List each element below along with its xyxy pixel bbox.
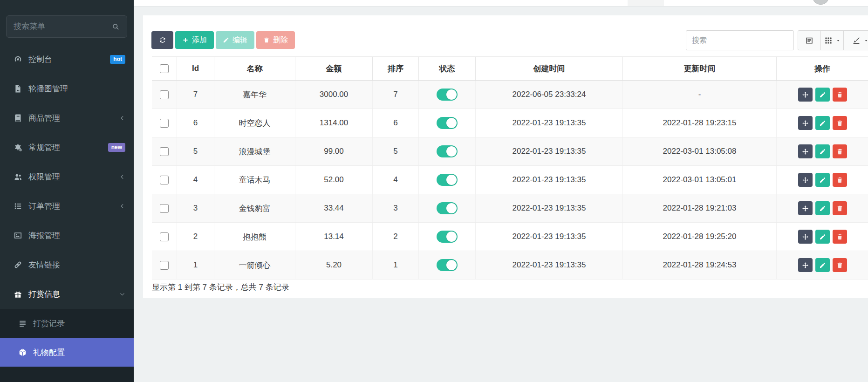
sidebar-item-0[interactable]: 控制台hot <box>0 45 134 74</box>
status-toggle[interactable] <box>437 202 458 214</box>
cell-name: 时空恋人 <box>214 109 295 137</box>
header-amount[interactable]: 金额 <box>295 57 373 80</box>
sidebar-subitem-1[interactable]: 礼物配置 <box>0 338 134 367</box>
detail-view-icon <box>805 36 813 45</box>
sidebar-item-2[interactable]: 商品管理 <box>0 103 134 133</box>
cell-id: 1 <box>177 251 214 279</box>
row-checkbox[interactable] <box>160 90 169 99</box>
pencil-icon <box>223 37 229 43</box>
delete-row-button[interactable] <box>833 201 847 215</box>
columns-button[interactable] <box>820 30 844 50</box>
delete-row-button[interactable] <box>833 173 847 187</box>
header-created[interactable]: 创建时间 <box>476 57 623 80</box>
delete-button-label: 删除 <box>273 35 288 45</box>
drag-button[interactable] <box>798 88 813 102</box>
cell-amount: 52.00 <box>295 166 373 194</box>
edit-row-button[interactable] <box>815 116 830 130</box>
select-all-checkbox[interactable] <box>160 64 169 73</box>
refresh-button[interactable] <box>151 31 173 49</box>
sidebar-subitem-0[interactable]: 打赏记录 <box>0 309 134 338</box>
header-name[interactable]: 名称 <box>214 57 295 80</box>
cell-sort: 5 <box>373 137 419 165</box>
export-button[interactable] <box>843 30 868 50</box>
delete-row-button[interactable] <box>833 230 847 244</box>
row-checkbox[interactable] <box>160 261 169 270</box>
cell-id: 7 <box>177 81 214 109</box>
row-checkbox[interactable] <box>160 204 169 213</box>
edit-button[interactable]: 编辑 <box>216 31 254 49</box>
cell-created: 2022-01-23 19:13:35 <box>476 137 623 165</box>
drag-button[interactable] <box>798 201 813 215</box>
sidebar-subitem-label: 打赏记录 <box>33 318 65 329</box>
edit-row-button[interactable] <box>815 201 830 215</box>
edit-row-button[interactable] <box>815 144 830 158</box>
cell-name: 浪漫城堡 <box>214 137 295 165</box>
new-badge: new <box>108 143 125 151</box>
sidebar-item-5[interactable]: 订单管理 <box>0 191 134 221</box>
book-icon <box>14 114 22 123</box>
delete-button[interactable]: 删除 <box>256 31 295 49</box>
chevron-left-icon <box>119 115 125 121</box>
sidebar-item-1[interactable]: 轮播图管理 <box>0 74 134 103</box>
sidebar-item-8[interactable]: 打赏信息 <box>0 280 134 309</box>
sidebar-item-7[interactable]: 友情链接 <box>0 250 134 280</box>
move-icon <box>802 120 809 127</box>
plus-icon <box>182 37 189 43</box>
trash-icon <box>836 262 843 269</box>
status-toggle[interactable] <box>437 259 458 271</box>
table-row: 2抱抱熊13.1422022-01-23 19:13:352022-01-28 … <box>152 223 868 251</box>
search-icon[interactable] <box>112 23 120 31</box>
trash-icon <box>836 177 843 184</box>
status-toggle[interactable] <box>437 145 458 157</box>
cell-updated: 2022-01-28 19:23:15 <box>623 109 777 137</box>
sidebar-submenu: 打赏记录礼物配置 <box>0 309 134 382</box>
header-id[interactable]: Id <box>177 57 214 80</box>
drag-button[interactable] <box>798 144 813 158</box>
edit-row-button[interactable] <box>815 258 830 272</box>
sidebar-item-4[interactable]: 权限管理 <box>0 162 134 191</box>
status-toggle[interactable] <box>437 174 458 186</box>
drag-button[interactable] <box>798 258 813 272</box>
trash-icon <box>836 205 843 212</box>
cell-id: 2 <box>177 223 214 251</box>
delete-row-button[interactable] <box>833 116 847 130</box>
delete-row-button[interactable] <box>833 144 847 158</box>
drag-button[interactable] <box>798 116 813 130</box>
edit-row-button[interactable] <box>815 230 830 244</box>
sidebar-item-label: 海报管理 <box>28 230 125 241</box>
row-checkbox[interactable] <box>160 147 169 156</box>
header-sort[interactable]: 排序 <box>373 57 419 80</box>
status-toggle[interactable] <box>437 231 458 243</box>
sidebar-search-input[interactable] <box>7 22 105 31</box>
drag-button[interactable] <box>798 230 813 244</box>
sidebar-item-label: 友情链接 <box>28 259 125 270</box>
cell-name: 嘉年华 <box>214 81 295 109</box>
edit-row-button[interactable] <box>815 173 830 187</box>
row-checkbox[interactable] <box>160 232 169 241</box>
drag-button[interactable] <box>798 173 813 187</box>
move-icon <box>802 148 809 155</box>
sidebar-item-label: 打赏信息 <box>28 289 119 300</box>
sidebar-item-6[interactable]: 海报管理 <box>0 221 134 250</box>
table-row: 5浪漫城堡99.0052022-01-23 19:13:352022-03-01… <box>152 137 868 166</box>
sidebar-subitem-label: 礼物配置 <box>33 347 65 358</box>
sidebar-item-3[interactable]: 常规管理new <box>0 133 134 162</box>
add-button[interactable]: 添加 <box>175 31 214 49</box>
status-toggle[interactable] <box>437 117 458 129</box>
cell-updated: 2022-01-28 19:25:20 <box>623 223 777 251</box>
edit-row-button[interactable] <box>815 88 830 102</box>
status-toggle[interactable] <box>437 89 458 101</box>
move-icon <box>802 233 809 240</box>
table-search-input[interactable] <box>686 30 794 50</box>
list-icon <box>14 202 22 211</box>
toggle-detail-view-button[interactable] <box>798 30 821 50</box>
header-updated[interactable]: 更新时间 <box>623 57 777 80</box>
row-checkbox[interactable] <box>160 119 169 128</box>
sidebar-subitem-partial[interactable] <box>0 367 134 382</box>
delete-row-button[interactable] <box>833 88 847 102</box>
row-checkbox[interactable] <box>160 176 169 184</box>
user-avatar[interactable] <box>813 0 829 5</box>
header-status[interactable]: 状态 <box>419 57 476 80</box>
delete-row-button[interactable] <box>833 258 847 272</box>
caret-down-icon <box>864 38 868 43</box>
